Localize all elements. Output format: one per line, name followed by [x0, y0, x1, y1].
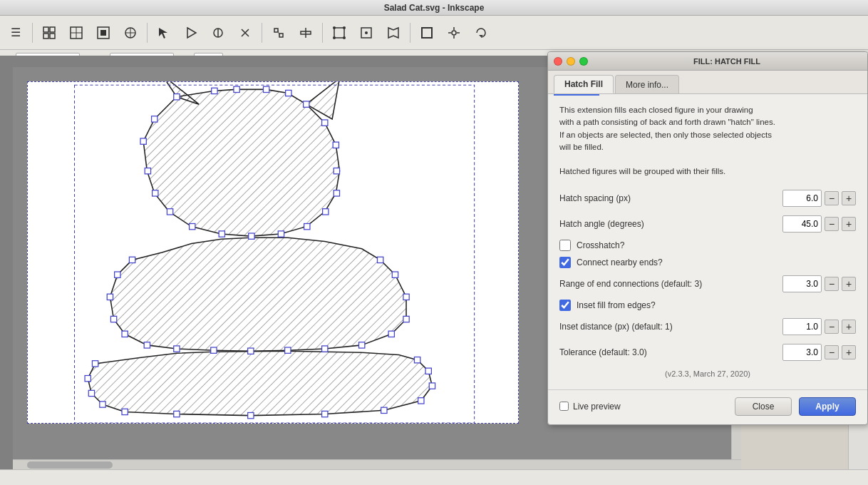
- svg-rect-58: [333, 142, 339, 148]
- svg-rect-76: [359, 342, 365, 348]
- desc-line-2: with a path consisting of back and forth…: [559, 116, 856, 128]
- dialog-titlebar: FILL: HATCH FILL: [548, 52, 867, 71]
- close-button[interactable]: Close: [735, 397, 792, 416]
- apply-button[interactable]: Apply: [799, 397, 856, 416]
- svg-rect-72: [211, 347, 217, 353]
- hatch-angle-label: Hatch angle (degrees): [559, 219, 782, 229]
- snap-btn-2[interactable]: [63, 20, 89, 46]
- svg-rect-26: [422, 28, 432, 38]
- tolerance-input[interactable]: [782, 344, 822, 361]
- window-title: Salad Cat.svg - Inkscape: [384, 3, 485, 13]
- hatch-angle-input[interactable]: [782, 215, 822, 233]
- svg-rect-8: [100, 30, 106, 36]
- svg-rect-88: [248, 412, 254, 418]
- svg-rect-49: [167, 209, 172, 215]
- tolerance-increment[interactable]: +: [842, 345, 856, 359]
- svg-rect-51: [219, 231, 224, 237]
- connect-nearby-checkbox[interactable]: [559, 257, 571, 268]
- hatch-drawing: [28, 82, 518, 423]
- desc-line-1: This extension fills each closed figure …: [559, 104, 856, 116]
- h-scroll-thumb[interactable]: [27, 461, 113, 469]
- svg-rect-84: [88, 390, 94, 396]
- crosshatch-label: Crosshatch?: [577, 240, 624, 250]
- inset-distance-label: Inset distance (px) (default: 1): [559, 322, 782, 332]
- view-center-btn[interactable]: [441, 20, 467, 46]
- toolbar-separator-5: [410, 23, 410, 43]
- svg-rect-3: [50, 34, 55, 39]
- live-preview-checkbox[interactable]: [559, 402, 569, 411]
- view-zoom-btn[interactable]: [414, 20, 440, 46]
- inset-distance-decrement[interactable]: −: [825, 320, 839, 334]
- range-end-row: Range of end connections (default: 3) − …: [559, 274, 856, 294]
- hatch-angle-decrement[interactable]: −: [825, 217, 839, 231]
- svg-rect-44: [174, 94, 180, 100]
- svg-rect-47: [145, 168, 150, 174]
- inset-fill-checkbox[interactable]: [559, 300, 571, 311]
- svg-rect-46: [140, 138, 146, 144]
- svg-rect-71: [174, 346, 180, 352]
- hatch-angle-increment[interactable]: +: [842, 217, 856, 231]
- dialog-body: This extension fills each closed figure …: [548, 96, 867, 389]
- snap-node-btn[interactable]: [326, 20, 352, 46]
- svg-rect-91: [418, 398, 424, 404]
- svg-rect-64: [212, 88, 217, 93]
- snap-btn-4[interactable]: [118, 20, 143, 46]
- svg-rect-60: [304, 101, 309, 107]
- tab-hatch-fill[interactable]: Hatch Fill: [554, 75, 614, 93]
- toolbar-separator-4: [322, 23, 323, 43]
- path-tool-1[interactable]: [266, 20, 291, 46]
- svg-rect-74: [285, 347, 291, 353]
- svg-rect-53: [278, 231, 284, 237]
- dialog-footer: Live preview Close Apply: [548, 389, 867, 424]
- hatch-angle-row: Hatch angle (degrees) − +: [559, 214, 856, 234]
- svg-point-21: [343, 26, 346, 29]
- inset-distance-increment[interactable]: +: [842, 320, 856, 334]
- toolbar-separator-2: [147, 23, 148, 43]
- dialog-description: This extension fills each closed figure …: [559, 104, 856, 178]
- tolerance-decrement[interactable]: −: [825, 345, 839, 359]
- svg-rect-1: [50, 27, 55, 32]
- path-tool-2[interactable]: [293, 20, 319, 46]
- svg-rect-75: [322, 346, 328, 352]
- cursor-tool-1[interactable]: [151, 20, 177, 46]
- live-preview-row: Live preview: [559, 402, 728, 412]
- svg-rect-70: [144, 342, 150, 348]
- svg-rect-82: [92, 361, 98, 367]
- tab-more-info[interactable]: More info...: [615, 75, 679, 93]
- snap-bbox-btn[interactable]: [381, 20, 406, 46]
- hatch-spacing-increment[interactable]: +: [842, 191, 856, 205]
- cursor-tool-4[interactable]: [232, 20, 258, 46]
- cursor-tool-3[interactable]: [205, 20, 231, 46]
- crosshatch-checkbox[interactable]: [559, 240, 571, 251]
- hatch-spacing-input[interactable]: [782, 190, 822, 207]
- view-rotate-btn[interactable]: [468, 20, 494, 46]
- svg-rect-89: [322, 411, 328, 417]
- svg-rect-52: [249, 233, 254, 239]
- inset-fill-row: Inset fill from edges?: [559, 300, 856, 311]
- hatch-angle-controls: − +: [782, 215, 856, 233]
- svg-rect-67: [107, 294, 113, 300]
- cursor-tool-2[interactable]: [178, 20, 204, 46]
- range-end-increment[interactable]: +: [842, 277, 856, 291]
- inset-distance-input[interactable]: [782, 318, 822, 335]
- svg-rect-94: [414, 357, 420, 363]
- close-traffic-light[interactable]: [554, 57, 562, 66]
- tolerance-controls: − +: [782, 344, 856, 361]
- snap-center-btn[interactable]: [353, 20, 379, 46]
- desc-line-3: If an objects are selected, then only th…: [559, 129, 856, 141]
- range-end-input[interactable]: [782, 275, 822, 292]
- menu-button[interactable]: ☰: [3, 20, 29, 46]
- svg-line-16: [278, 30, 279, 35]
- svg-rect-59: [322, 120, 328, 126]
- maximize-traffic-light[interactable]: [579, 57, 588, 66]
- svg-rect-87: [174, 411, 180, 417]
- connect-nearby-row: Connect nearby ends?: [559, 257, 856, 268]
- hatch-spacing-label: Hatch spacing (px): [559, 193, 782, 203]
- horizontal-scrollbar[interactable]: [13, 459, 741, 469]
- minimize-traffic-light[interactable]: [567, 57, 575, 66]
- svg-rect-86: [122, 409, 128, 414]
- range-end-decrement[interactable]: −: [825, 277, 839, 291]
- snap-btn-1[interactable]: [36, 20, 62, 46]
- snap-btn-3[interactable]: [91, 20, 116, 46]
- hatch-spacing-decrement[interactable]: −: [825, 191, 839, 205]
